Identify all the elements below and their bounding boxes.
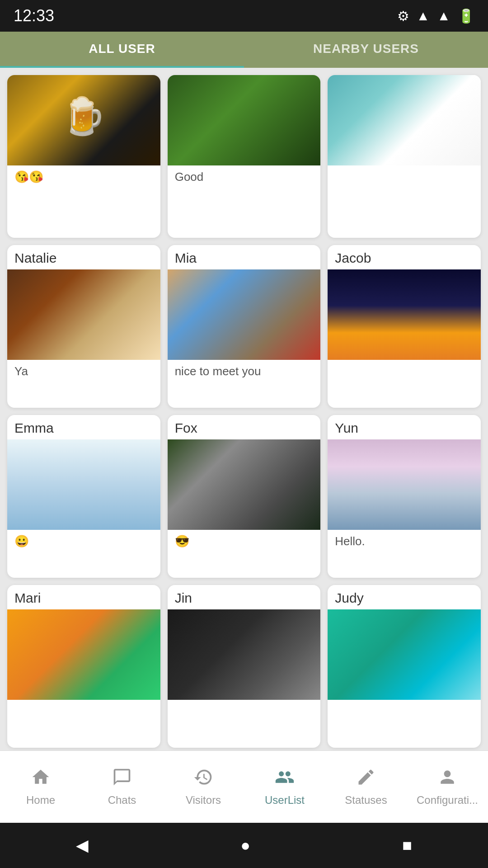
user-name: Jin <box>168 585 321 609</box>
user-photo <box>328 609 481 700</box>
userlist-icon <box>275 767 295 790</box>
nav-item-visitors[interactable]: Visitors <box>163 751 244 823</box>
user-name: Judy <box>328 585 481 609</box>
user-name: Mia <box>168 245 321 269</box>
battery-icon: 🔋 <box>458 8 474 24</box>
user-status: 😀 <box>7 530 160 578</box>
user-card[interactable]: Judy <box>328 585 481 748</box>
nav-item-userlist[interactable]: UserList <box>244 751 325 823</box>
user-photo <box>328 75 481 165</box>
home-label: Home <box>26 794 55 807</box>
user-name: Emma <box>7 415 160 439</box>
statuses-icon <box>356 767 376 790</box>
user-card[interactable]: 😘😘 <box>7 75 160 238</box>
nav-item-home[interactable]: Home <box>0 751 81 823</box>
user-photo <box>168 609 321 700</box>
visitors-icon <box>193 767 213 790</box>
user-card[interactable]: Fox 😎 <box>168 415 321 578</box>
nav-item-configuration[interactable]: Configurati... <box>407 751 488 823</box>
user-photo <box>168 75 321 165</box>
user-name: Jacob <box>328 245 481 269</box>
chats-label: Chats <box>108 794 136 807</box>
status-time: 12:33 <box>14 6 54 25</box>
user-card[interactable]: Mia nice to meet you <box>168 245 321 408</box>
user-name: Fox <box>168 415 321 439</box>
user-photo <box>7 75 160 165</box>
wifi-icon: ▲ <box>417 8 430 24</box>
user-photo <box>7 269 160 360</box>
user-status: Hello. <box>328 530 481 578</box>
user-status: 😎 <box>168 530 321 578</box>
user-photo <box>168 269 321 360</box>
tab-all-user[interactable]: ALL USER <box>0 32 244 68</box>
statuses-label: Statuses <box>345 794 387 807</box>
user-name: Mari <box>7 585 160 609</box>
back-button[interactable]: ◀ <box>76 836 89 855</box>
user-name: Natalie <box>7 245 160 269</box>
user-grid: 😘😘 Good Natalie Ya Mia nice to meet you … <box>0 68 488 750</box>
status-icons: ⚙ ▲ ▲ 🔋 <box>397 8 474 24</box>
user-card[interactable]: Natalie Ya <box>7 245 160 408</box>
userlist-label: UserList <box>265 794 305 807</box>
configuration-label: Configurati... <box>417 794 478 807</box>
nav-item-chats[interactable]: Chats <box>81 751 163 823</box>
user-card[interactable]: Good <box>168 75 321 238</box>
nav-item-statuses[interactable]: Statuses <box>325 751 407 823</box>
status-bar: 12:33 ⚙ ▲ ▲ 🔋 <box>0 0 488 32</box>
user-photo <box>7 609 160 700</box>
user-card[interactable]: Yun Hello. <box>328 415 481 578</box>
user-name: Yun <box>328 415 481 439</box>
user-status: nice to meet you <box>168 360 321 408</box>
user-photo <box>328 439 481 530</box>
user-card[interactable]: Jin <box>168 585 321 748</box>
settings-icon: ⚙ <box>397 8 409 24</box>
home-icon <box>31 767 51 790</box>
home-button[interactable]: ● <box>240 836 250 855</box>
chats-icon <box>112 767 132 790</box>
android-nav: ◀ ● ■ <box>0 823 488 868</box>
user-card[interactable]: Mari <box>7 585 160 748</box>
user-photo <box>328 269 481 360</box>
bottom-nav: Home Chats Visitors UserList Statuses Co… <box>0 750 488 823</box>
signal-icon: ▲ <box>437 8 450 24</box>
user-status: 😘😘 <box>7 165 160 238</box>
user-status: Good <box>168 165 321 238</box>
user-photo <box>168 439 321 530</box>
user-card[interactable] <box>328 75 481 238</box>
configuration-icon <box>437 767 457 790</box>
user-status: Ya <box>7 360 160 408</box>
visitors-label: Visitors <box>186 794 221 807</box>
user-card[interactable]: Jacob <box>328 245 481 408</box>
tab-bar: ALL USER NEARBY USERS <box>0 32 488 68</box>
recent-button[interactable]: ■ <box>402 836 412 855</box>
user-card[interactable]: Emma 😀 <box>7 415 160 578</box>
user-photo <box>7 439 160 530</box>
tab-nearby-users[interactable]: NEARBY USERS <box>244 32 488 68</box>
